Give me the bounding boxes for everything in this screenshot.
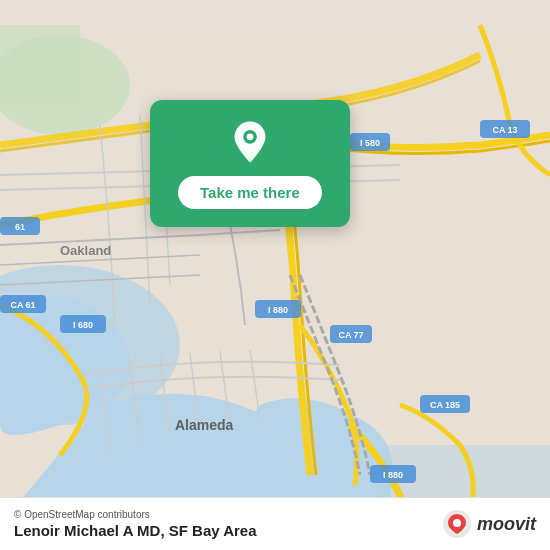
svg-text:CA 77: CA 77 xyxy=(338,330,363,340)
moovit-brand-text: moovit xyxy=(477,514,536,535)
map-container: I 580 I 580 CA 13 I 880 CA 77 61 CA 61 I… xyxy=(0,0,550,550)
location-name: Lenoir Michael A MD, SF Bay Area xyxy=(14,522,257,539)
svg-point-30 xyxy=(246,133,253,140)
svg-text:I 680: I 680 xyxy=(73,320,93,330)
location-pin-icon xyxy=(226,118,274,166)
map-background: I 580 I 580 CA 13 I 880 CA 77 61 CA 61 I… xyxy=(0,0,550,550)
moovit-logo-icon xyxy=(441,508,473,540)
bottom-bar: © OpenStreetMap contributors Lenoir Mich… xyxy=(0,497,550,550)
action-card: Take me there xyxy=(150,100,350,227)
svg-text:CA 13: CA 13 xyxy=(492,125,517,135)
bottom-bar-left: © OpenStreetMap contributors Lenoir Mich… xyxy=(14,509,257,539)
map-attribution: © OpenStreetMap contributors xyxy=(14,509,257,520)
svg-text:CA 61: CA 61 xyxy=(10,300,35,310)
svg-text:61: 61 xyxy=(15,222,25,232)
take-me-there-button[interactable]: Take me there xyxy=(178,176,322,209)
svg-text:Oakland: Oakland xyxy=(60,243,111,258)
svg-text:I 580: I 580 xyxy=(360,138,380,148)
svg-point-32 xyxy=(453,519,461,527)
svg-text:Alameda: Alameda xyxy=(175,417,234,433)
svg-text:I 880: I 880 xyxy=(383,470,403,480)
moovit-logo: moovit xyxy=(441,508,536,540)
svg-text:CA 185: CA 185 xyxy=(430,400,460,410)
svg-rect-4 xyxy=(0,25,80,105)
svg-text:I 880: I 880 xyxy=(268,305,288,315)
